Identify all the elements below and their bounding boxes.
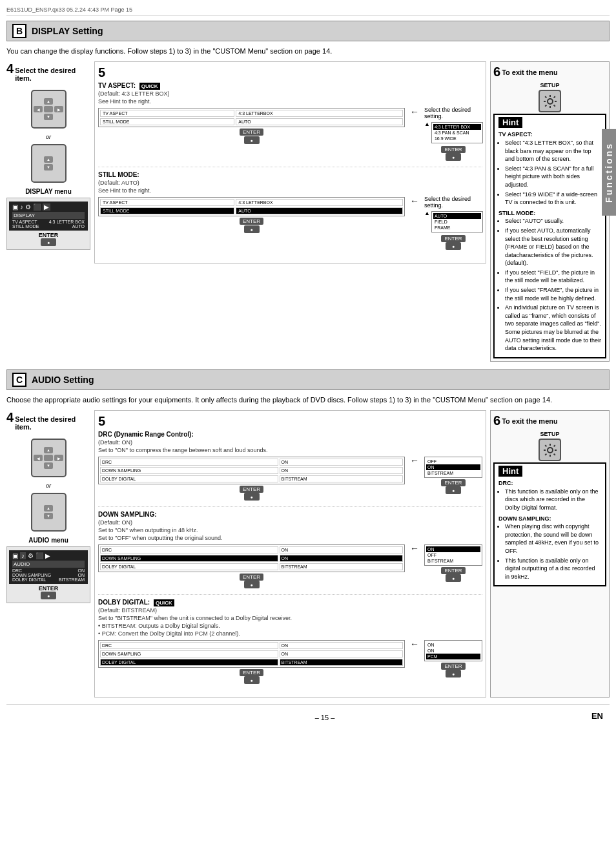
still-mode-item: STILL MODE: (Default: AUTO) See Hint to … <box>98 171 482 256</box>
ds-bullet-1: This function is available only on digit… <box>505 557 601 581</box>
audio-btn-left[interactable]: ◀ <box>34 455 43 461</box>
file-info: E61S1UD_ENSP.qx33 05.2.24 4:43 PM Page 1… <box>6 6 132 13</box>
drc-enter-label2: ENTER <box>441 479 465 486</box>
btn-center[interactable] <box>44 106 53 112</box>
dolby-arrow: ← <box>407 639 422 649</box>
still-mode-bullet-1: If you select AUTO, automatically select… <box>505 227 601 267</box>
tv-aspect-hint-list: Select "4:3 LETTER BOX", so that black b… <box>505 139 601 207</box>
tv-aspect-bullet-0: Select "4:3 LETTER BOX", so that black b… <box>505 139 601 163</box>
dolby-digital-item: DOLBY DIGITAL: QUICK (Default: BITSTREAM… <box>98 599 482 690</box>
section-letter-c: C <box>12 373 26 387</box>
drc-hint-list: This function is available only on the d… <box>505 488 601 512</box>
btn-down[interactable]: ▼ <box>44 114 53 120</box>
btn-right[interactable]: ▶ <box>54 106 63 112</box>
dolby-default: (Default: BITSTREAM) <box>98 607 482 614</box>
audio-step5: 5 DRC (Dynamic Range Control): (Default:… <box>94 410 486 698</box>
audio-section-desc: Choose the appropriate audio settings fo… <box>6 395 610 405</box>
audio-btn-up2[interactable]: ▲ <box>44 505 53 512</box>
dolby-bullet1: • BITSTREAM: Outputs a Dolby Digital Sig… <box>98 623 482 629</box>
drc-options: OFF ON BITSTREAM <box>424 457 482 478</box>
quick-badge-dolby: QUICK <box>154 599 174 606</box>
display-section: B DISPLAY Setting You can change the dis… <box>6 21 610 362</box>
ds-enter-btn[interactable]: ● <box>244 581 260 588</box>
ds-enter-label: ENTER <box>240 574 263 581</box>
dolby-enter-label2: ENTER <box>441 663 465 670</box>
audio-step4-label: Select the desired item. <box>15 415 90 431</box>
drc-default: (Default: ON) <box>98 439 482 446</box>
tv-aspect-bullet-1: Select "4:3 PAN & SCAN" for a full heigh… <box>505 165 601 189</box>
page-num: – 15 – <box>315 714 335 721</box>
audio-step6-label: To exit the menu <box>502 417 558 425</box>
tv-aspect-hint-label: TV ASPECT: <box>498 131 532 138</box>
ds-enter-btn2[interactable]: ● <box>446 574 461 582</box>
audio-step4-num: 4 <box>6 410 14 425</box>
dolby-options: ON ON PCM <box>424 640 482 661</box>
enter-btn-sm2[interactable]: ● <box>446 242 461 250</box>
still-mode-bullet-2: If you select "FIELD", the picture in th… <box>505 269 601 285</box>
down-sampling-hint-list: When playing disc with copyright protect… <box>505 522 601 581</box>
btn-left[interactable]: ◀ <box>34 106 43 112</box>
audio-btn-down[interactable]: ▼ <box>44 462 53 469</box>
down-sampling-default: (Default: ON) <box>98 519 482 526</box>
audio-steps-row: 4 Select the desired item. ▲ ◀ ▶ <box>6 410 610 698</box>
display-step5: 5 TV ASPECT: QUICK (Default: 4:3 LETTER … <box>94 61 486 361</box>
still-mode-title: STILL MODE: <box>98 171 482 178</box>
btn-up2[interactable]: ▲ <box>44 156 53 163</box>
drc-enter-btn2[interactable]: ● <box>446 486 461 494</box>
enter-label-tv: ENTER <box>240 129 263 136</box>
drc-item: DRC (Dynamic Range Control): (Default: O… <box>98 431 482 507</box>
display-steps-row: 4 Select the desired item. ▲ ◀ ▶ <box>6 61 610 361</box>
display-section-title: DISPLAY Setting <box>32 26 103 36</box>
sm-select-label: Select the desired setting. <box>424 196 482 209</box>
setup-text: SETUP <box>540 82 559 88</box>
dolby-enter-btn2[interactable]: ● <box>446 670 461 677</box>
enter-btn-4[interactable]: ● <box>41 238 56 246</box>
hint-box-audio: Hint DRC: This function is available onl… <box>493 462 606 586</box>
audio-enter-btn-4[interactable]: ● <box>41 592 56 599</box>
tv-aspect-hint: See Hint to the right. <box>98 98 482 105</box>
display-step4-label: Select the desired item. <box>15 67 90 82</box>
remote-top: ▲ ◀ ▶ ▼ <box>31 90 67 129</box>
still-mode-hint-label: STILL MODE: <box>498 210 535 216</box>
setup-remote-display: SETUP <box>493 82 606 114</box>
dolby-enter-btn[interactable]: ● <box>244 676 260 684</box>
still-mode-table: TV ASPECT4:3 LETTERBOX STILL MODEAUTO <box>98 197 405 216</box>
svg-point-0 <box>548 99 553 104</box>
audio-setup-text: SETUP <box>540 431 559 437</box>
hint-title-display: Hint <box>498 117 522 128</box>
hint-box-display: Hint TV ASPECT: Select "4:3 LETTER BOX",… <box>493 114 606 358</box>
down-sampling-desc2: Set to "OFF" when outputting the origina… <box>98 535 482 541</box>
display-section-desc: You can change the display functions. Fo… <box>6 47 610 56</box>
hint-title-audio: Hint <box>498 466 522 477</box>
setup-icon[interactable] <box>539 90 561 112</box>
btn-down2[interactable]: ▼ <box>44 164 53 171</box>
audio-btn-right[interactable]: ▶ <box>54 455 63 461</box>
drc-bullet-0: This function is available only on the d… <box>505 488 601 512</box>
audio-setup-icon[interactable] <box>539 439 561 461</box>
enter-btn-tv[interactable]: ● <box>244 136 260 144</box>
still-mode-bullet-0: Select "AUTO" usually. <box>505 217 601 225</box>
display-section-header: B DISPLAY Setting <box>6 21 610 41</box>
display-menu-label: DISPLAY menu <box>6 188 90 195</box>
audio-btn-up[interactable]: ▲ <box>44 447 53 453</box>
drc-title: DRC (Dynamic Range Control): <box>98 431 482 438</box>
remote-bottom: ▲ ▼ <box>31 144 67 183</box>
audio-menu-illus: ▣♪⚙⬛▶ AUDIO DRCON DOWN SAMPLINGON DOLBY … <box>6 546 90 603</box>
tv-options: 4:3 LETTER BOX 4:3 PAN & SCAN 16:9 WIDE <box>431 122 483 143</box>
enter-btn-tv2[interactable]: ● <box>446 153 461 161</box>
step5-num: 5 <box>98 65 105 80</box>
header-bar: E61S1UD_ENSP.qx33 05.2.24 4:43 PM Page 1… <box>6 6 610 16</box>
audio-btn-down2[interactable]: ▼ <box>44 513 53 519</box>
enter-btn-sm[interactable]: ● <box>244 225 260 233</box>
drc-enter-btn[interactable]: ● <box>244 493 260 501</box>
still-mode-bullet-4: An individual picture on TV screen is ca… <box>505 304 601 353</box>
audio-btn-center[interactable] <box>44 455 53 461</box>
drc-hint-label: DRC: <box>498 480 513 486</box>
enter-label-tv2: ENTER <box>441 146 465 153</box>
btn-up[interactable]: ▲ <box>44 98 53 105</box>
audio-section-header: C AUDIO Setting <box>6 369 610 390</box>
dolby-enter-label: ENTER <box>240 669 263 676</box>
setup-remote-audio: SETUP <box>493 431 606 462</box>
ds-options: ON OFF BITSTREAM <box>424 544 482 566</box>
or-text-4: or <box>6 134 90 140</box>
